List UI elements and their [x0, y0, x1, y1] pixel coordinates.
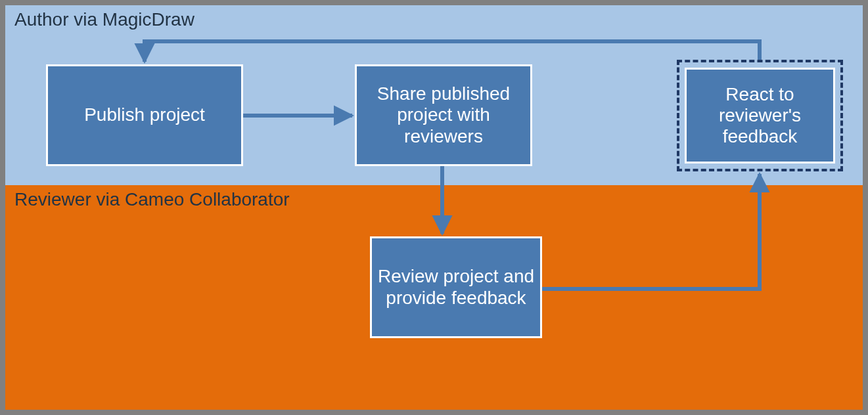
lane-reviewer-label: Reviewer via Cameo Collaborator: [14, 189, 290, 210]
node-share-label: Share published project with reviewers: [362, 83, 525, 147]
lane-author-label: Author via MagicDraw: [14, 9, 194, 30]
node-publish-label: Publish project: [84, 104, 205, 125]
node-publish-project: Publish project: [46, 64, 243, 166]
node-share-project: Share published project with reviewers: [355, 64, 532, 166]
diagram-canvas: Author via MagicDraw Reviewer via Cameo …: [5, 5, 863, 410]
node-react-label: React to reviewer's feedback: [692, 84, 828, 148]
node-review-label: Review project and provide feedback: [377, 266, 535, 308]
node-review-project: Review project and provide feedback: [370, 236, 542, 338]
node-react-feedback: React to reviewer's feedback: [685, 68, 835, 164]
